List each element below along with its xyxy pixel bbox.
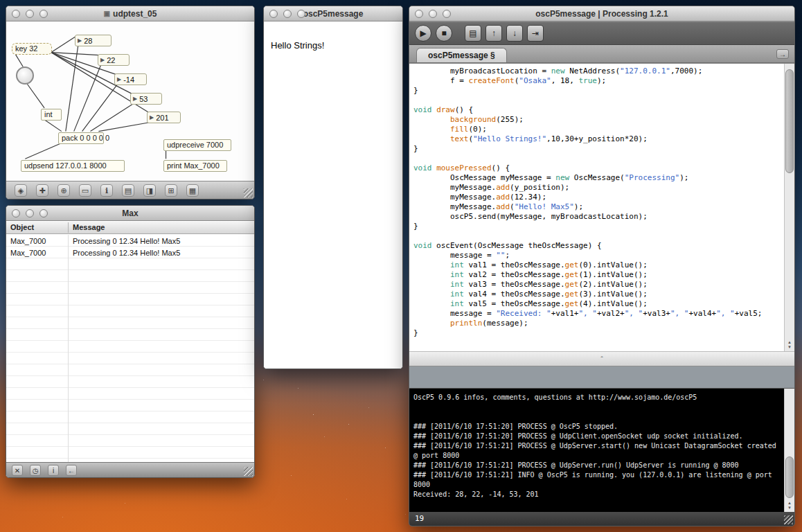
patch-cord [25,143,62,159]
code-scrollbar-thumb[interactable] [785,69,794,173]
udpsend-object[interactable]: udpsend 127.0.0.1 8000 [21,160,125,172]
scrollbar-up-icon[interactable]: ▲ [785,501,794,506]
console-line: Received: 28, 22, -14, 53, 201 [413,490,781,499]
udptest-titlebar[interactable]: ▣ udptest_05 [6,6,254,21]
key-object[interactable]: key 32 [12,43,52,55]
ide-toolbar: ▶■▤↑↓⇥ [409,22,794,45]
number-value: 53 [139,95,148,103]
max-console-toolbar: ✕◷i← [6,462,254,477]
number-box[interactable]: ▶ 53 [130,93,162,105]
column-header-object[interactable]: Object [10,223,34,231]
close-button[interactable] [12,209,20,218]
zoom-icon[interactable]: ⊕ [57,184,70,197]
lock-icon[interactable]: ◈ [15,184,27,197]
info-icon[interactable]: ℹ [100,184,113,197]
ide-titlebar[interactable]: oscP5message | Processing 1.2.1 [409,6,794,21]
window-udptest: ▣ udptest_05 key 32 [6,6,255,200]
save-button[interactable]: ↓ [506,25,523,42]
table-row[interactable]: Max_7000Processing 0 12.34 Hello! Max5 [6,235,254,247]
zoom-button[interactable] [39,209,48,218]
ide-tab-strip: oscP5message § → [409,45,794,63]
run-button[interactable]: ▶ [415,25,431,42]
open-button[interactable]: ↑ [485,25,502,42]
minimize-button[interactable] [429,10,437,18]
console-line: ### [2011/6/10 17:51:21] PROCESS @ UdpSe… [413,461,781,470]
patch-file-icon: ▣ [104,10,110,17]
number-box[interactable]: ▶ -14 [114,73,147,85]
console-output: OscP5 0.9.6 infos, comments, questions a… [413,393,781,499]
zoom-button[interactable] [297,10,305,18]
close-button[interactable] [12,10,20,18]
splitter-handle-icon: ˆ [600,355,603,364]
scrollbar-down-icon[interactable]: ▼ [785,345,794,350]
console-line [413,402,781,412]
console-scrollbar-thumb[interactable] [785,456,794,498]
minimize-button[interactable] [26,10,34,18]
console-line: ### [2011/6/10 17:51:20] PROCESS @ UdpCl… [413,432,781,441]
stop-button[interactable]: ■ [436,25,452,42]
code-line: void draw() { [413,105,781,115]
udpreceive-object[interactable]: udpreceive 7000 [163,139,231,151]
sketch-titlebar[interactable]: oscP5message [264,6,402,21]
grid-icon[interactable]: ⊞ [165,184,177,197]
jump-to-object-icon[interactable]: ← [66,465,77,476]
line-number-indicator: 19 [415,514,424,523]
console-splitter[interactable]: ˆ [409,351,794,366]
add-object-icon[interactable]: ✚ [36,184,48,197]
print-object[interactable]: print Max_7000 [163,160,227,172]
sketch-canvas[interactable]: Hello Strings! [264,22,402,369]
resize-grip[interactable] [784,515,793,524]
scrollbar-up-icon[interactable]: ▲ [785,340,794,345]
table-row[interactable]: Max_7000Processing 0 12.34 Hello! Max5 [6,247,254,258]
tab-menu-button[interactable]: → [776,49,789,59]
resize-grip[interactable] [244,467,253,476]
tab-oscP5message[interactable]: oscP5message § [416,48,507,62]
code-line: } [413,222,781,231]
code-line: void oscEvent(OscMessage theOscMessage) … [413,241,781,251]
export-button[interactable]: ⇥ [527,25,544,42]
int-object[interactable]: int [41,109,62,121]
code-line: f = createFont("Osaka", 18, true); [413,76,781,86]
window-title-text: udptest_05 [113,9,157,19]
minimize-button[interactable] [283,10,292,18]
inspector-icon[interactable]: ◨ [143,184,156,197]
code-line: message = ""; [413,251,781,260]
code-line: println(message); [413,319,781,328]
code-line: OscMessage myMessage = new OscMessage("P… [413,173,781,183]
column-divider[interactable] [68,222,69,233]
number-triangle-icon: ▶ [78,38,82,44]
zoom-button[interactable] [443,10,451,18]
console-scrollbar[interactable]: ▲ ▼ [784,389,794,512]
clock-icon[interactable]: ◷ [30,465,41,476]
pack-object[interactable]: pack 0 0 0 0 0 [58,132,104,144]
close-button[interactable] [415,10,423,18]
minimize-button[interactable] [26,209,34,218]
cell-object: Max_7000 [6,249,67,257]
number-value: 201 [156,114,168,122]
patch-cord [44,120,62,132]
number-value: 28 [84,37,92,45]
bang-button[interactable] [16,66,34,85]
close-button[interactable] [269,10,278,18]
max-titlebar[interactable]: Max [6,206,254,221]
new-button[interactable]: ▤ [465,25,481,42]
presentation-icon[interactable]: ▭ [79,184,91,197]
code-area[interactable]: myBroadcastLocation = new NetAddress("12… [409,64,794,351]
number-triangle-icon: ▶ [150,115,154,121]
clear-icon[interactable]: ✕ [12,465,23,476]
patch-cord [15,55,23,67]
zoom-button[interactable] [39,10,48,18]
number-box[interactable]: ▶ 201 [147,112,181,123]
info-icon[interactable]: i [48,465,59,476]
number-box[interactable]: ▶ 22 [98,54,130,66]
browser-icon[interactable]: ▦ [186,184,199,197]
code-line: message = "Received: "+val1+", "+val2+",… [413,309,781,319]
scrollbar-down-icon[interactable]: ▼ [785,506,794,511]
number-box[interactable]: ▶ 28 [75,35,112,46]
code-scrollbar[interactable]: ▲ ▼ [784,64,794,351]
console-line: 8000 [413,480,781,490]
console-icon[interactable]: ▤ [122,184,134,197]
resize-grip[interactable] [244,188,253,197]
column-header-message[interactable]: Message [73,223,105,231]
patcher-canvas[interactable]: key 32 ▶ 28 ▶ 22 ▶ -14 ▶ 53 ▶ 201 int pa… [6,22,254,181]
